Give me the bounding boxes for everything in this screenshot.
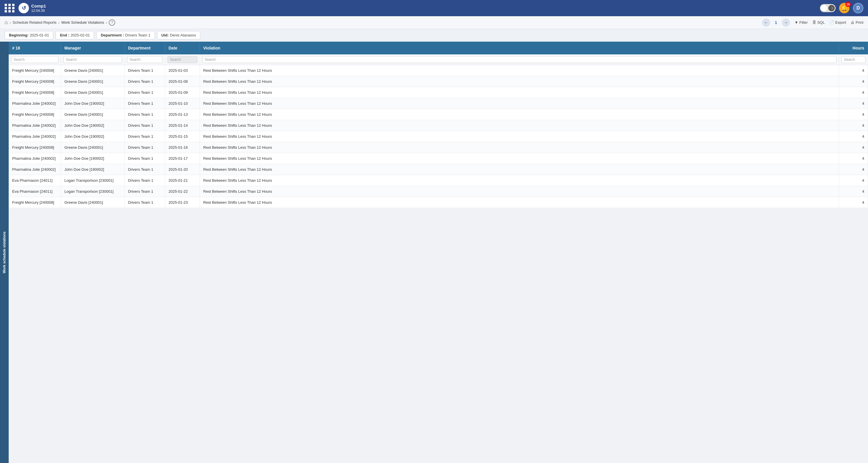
cell-num: Pharmalina Jolie [240002] (9, 131, 61, 142)
filter-end-val: 2025-02-01 (71, 33, 90, 37)
cell-dept: Drivers Team 1 (124, 164, 165, 175)
export-label: Export (835, 20, 846, 25)
table-body: Freight Mercury [240008] Greene Davis [2… (9, 65, 868, 208)
cell-date: 2025-01-22 (165, 186, 199, 197)
cell-hours: 4 (839, 197, 868, 208)
filter-uid-label: Uid: (161, 33, 169, 37)
cell-num: Pharmalina Jolie [240002] (9, 98, 61, 109)
cell-violation: Rest Between Shifts Less Than 12 Hours (199, 76, 839, 87)
cell-date: 2025-01-16 (165, 142, 199, 153)
export-icon: 📄 (830, 20, 834, 25)
cell-hours: 4 (839, 98, 868, 109)
search-input-dept[interactable] (127, 56, 163, 63)
table-wrapper: # 18 Manager Department Date Violation H… (9, 42, 868, 463)
notifications-button[interactable]: 🔔 19 (839, 3, 849, 13)
grid-menu-button[interactable] (5, 4, 15, 12)
breadcrumb-actions: ← 1 → ▼ Filter 🗄 SQL 📄 Export 🖨 Print (762, 19, 863, 27)
cell-manager: Greene Davis [240001] (61, 76, 124, 87)
cell-hours: 4 (839, 186, 868, 197)
cell-manager: Greene Davis [240001] (61, 65, 124, 76)
filter-end[interactable]: End : 2025-02-01 (56, 31, 94, 39)
cell-violation: Rest Between Shifts Less Than 12 Hours (199, 197, 839, 208)
table-row: Pharmalina Jolie [240002] John Doe Doe [… (9, 131, 868, 142)
filter-button[interactable]: ▼ Filter (795, 20, 808, 25)
print-button[interactable]: 🖨 Print (850, 20, 863, 25)
prev-page-button[interactable]: ← (762, 19, 770, 27)
cell-manager: Greene Davis [240001] (61, 142, 124, 153)
cell-hours: 4 (839, 153, 868, 164)
search-input-manager[interactable] (63, 56, 122, 63)
cell-violation: Rest Between Shifts Less Than 12 Hours (199, 164, 839, 175)
search-cell-hours (839, 54, 868, 65)
table-row: Freight Mercury [240008] Greene Davis [2… (9, 109, 868, 120)
cell-dept: Drivers Team 1 (124, 120, 165, 131)
col-header-hours: Hours (839, 42, 868, 54)
cell-hours: 4 (839, 142, 868, 153)
cell-dept: Drivers Team 1 (124, 131, 165, 142)
search-input-violation[interactable] (202, 56, 837, 63)
cell-dept: Drivers Team 1 (124, 76, 165, 87)
cell-dept: Drivers Team 1 (124, 109, 165, 120)
sql-button[interactable]: 🗄 SQL (812, 20, 825, 25)
table-row: Freight Mercury [240008] Greene Davis [2… (9, 76, 868, 87)
cell-date: 2025-01-10 (165, 98, 199, 109)
breadcrumb-bar: ⌂ › Schedule Related Reports › Work Sche… (0, 16, 868, 29)
filter-beginning-label: Beginning: (9, 33, 29, 37)
cell-dept: Drivers Team 1 (124, 186, 165, 197)
home-icon[interactable]: ⌂ (5, 20, 8, 26)
table-row: Eva Pharmason [24011] Logan Transportson… (9, 186, 868, 197)
page-number: 1 (775, 20, 777, 25)
next-page-button[interactable]: → (782, 19, 790, 27)
breadcrumb-sep-1: › (9, 20, 11, 25)
search-input-date[interactable] (167, 56, 197, 63)
search-input-hours[interactable] (841, 56, 865, 63)
cell-num: Freight Mercury [240008] (9, 87, 61, 98)
cell-hours: 4 (839, 76, 868, 87)
cell-dept: Drivers Team 1 (124, 153, 165, 164)
cell-num: Freight Mercury [240008] (9, 142, 61, 153)
side-label: Work schedule violations (0, 42, 9, 463)
sql-icon: 🗄 (812, 20, 816, 25)
filter-uid[interactable]: Uid: Denis Atanasov (157, 31, 200, 39)
cell-hours: 4 (839, 175, 868, 186)
search-input-num[interactable] (11, 56, 58, 63)
app-name: Comp1 (31, 3, 46, 9)
cell-num: Pharmalina Jolie [240002] (9, 153, 61, 164)
table-header-row: # 18 Manager Department Date Violation H… (9, 42, 868, 54)
notifications-badge: 19 (845, 2, 850, 7)
filter-label: Filter (799, 20, 808, 25)
cell-manager: John Doe Doe [190002] (61, 131, 124, 142)
table-row: Freight Mercury [240008] Greene Davis [2… (9, 197, 868, 208)
app-name-block: Comp1 12:04:39 (31, 3, 46, 13)
theme-light-icon (821, 5, 827, 11)
cell-hours: 4 (839, 65, 868, 76)
cell-hours: 4 (839, 131, 868, 142)
cell-hours: 4 (839, 120, 868, 131)
cell-num: Pharmalina Jolie [240002] (9, 164, 61, 175)
breadcrumb-schedule-reports[interactable]: Schedule Related Reports (13, 20, 57, 25)
cell-date: 2025-01-23 (165, 197, 199, 208)
cell-num: Freight Mercury [240008] (9, 197, 61, 208)
table-row: Pharmalina Jolie [240002] John Doe Doe [… (9, 164, 868, 175)
cell-violation: Rest Between Shifts Less Than 12 Hours (199, 98, 839, 109)
theme-toggle[interactable]: ☽ (820, 4, 836, 12)
cell-dept: Drivers Team 1 (124, 87, 165, 98)
help-button[interactable]: ? (109, 20, 115, 26)
search-cell-violation (199, 54, 839, 65)
filter-beginning-val: 2025-01-01 (30, 33, 49, 37)
cell-manager: Greene Davis [240001] (61, 197, 124, 208)
breadcrumb-sep-3: › (106, 20, 107, 25)
print-icon: 🖨 (850, 20, 855, 25)
cell-violation: Rest Between Shifts Less Than 12 Hours (199, 65, 839, 76)
app-logo: ↺ Comp1 12:04:39 (19, 3, 46, 13)
col-header-violation: Violation (199, 42, 839, 54)
export-button[interactable]: 📄 Export (830, 20, 846, 25)
cell-num: Eva Pharmason [24011] (9, 186, 61, 197)
user-avatar[interactable]: D (853, 3, 863, 13)
filter-beginning[interactable]: Beginning: 2025-01-01 (5, 31, 53, 39)
cell-num: Eva Pharmason [24011] (9, 175, 61, 186)
cell-violation: Rest Between Shifts Less Than 12 Hours (199, 142, 839, 153)
cell-date: 2025-01-15 (165, 131, 199, 142)
cell-num: Freight Mercury [240008] (9, 109, 61, 120)
filter-department[interactable]: Department : Drivers Team 1 (96, 31, 155, 39)
